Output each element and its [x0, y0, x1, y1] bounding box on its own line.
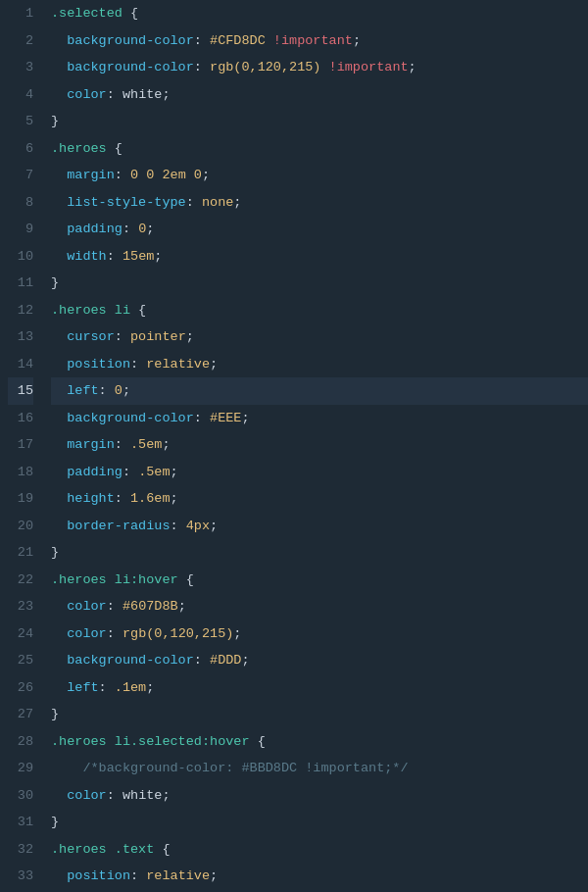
- code-line-11: }: [51, 270, 588, 297]
- property-token: color: [67, 626, 107, 641]
- line-number-22: 22: [8, 567, 33, 594]
- colon-token: :: [122, 222, 130, 236]
- relative-val-token: relative: [138, 357, 210, 372]
- semi-token: ;: [162, 437, 170, 452]
- colon-token: :: [122, 465, 130, 479]
- line-number-5: 5: [8, 108, 33, 135]
- selector-token: .heroes li.selected:hover: [51, 734, 250, 749]
- line-number-1: 1: [8, 0, 33, 27]
- property-token: background-color: [67, 33, 194, 48]
- dash-token: [51, 222, 67, 236]
- semi-token: ;: [241, 411, 249, 425]
- line-number-19: 19: [8, 485, 33, 513]
- code-line-7: margin: 0 0 2em 0;: [51, 162, 588, 189]
- property-token: background-color: [67, 653, 194, 668]
- colon-token: :: [194, 33, 202, 48]
- dash-token: [51, 329, 67, 344]
- semi-token: ;: [202, 168, 210, 182]
- colon-token: :: [186, 195, 194, 210]
- semi-token: ;: [241, 653, 249, 668]
- selector-token: .selected: [51, 6, 122, 21]
- property-token: background-color: [67, 60, 194, 74]
- code-editor: 1234567891011121314151617181920212223242…: [0, 0, 588, 892]
- code-line-4: color: white;: [51, 81, 588, 109]
- colon-token: :: [194, 653, 202, 668]
- colon-token: :: [115, 329, 122, 344]
- brace-token: }: [51, 114, 59, 128]
- colon-token: :: [99, 680, 107, 695]
- line-number-7: 7: [8, 162, 33, 189]
- selector-token: .heroes .text: [51, 842, 154, 857]
- dash-token: [51, 411, 67, 425]
- property-token: position: [67, 868, 130, 883]
- brace-token: {: [178, 572, 194, 587]
- value-color-token: #607D8B: [115, 599, 178, 614]
- property-token: position: [67, 357, 130, 372]
- code-line-30: color: white;: [51, 782, 588, 810]
- semi-token: ;: [233, 195, 241, 210]
- semi-token: ;: [162, 87, 170, 102]
- line-number-13: 13: [8, 323, 33, 351]
- dash-token: [51, 868, 67, 883]
- comment-token: /*background-color: #BBD8DC !important;*…: [51, 761, 409, 775]
- important-token: !important: [320, 60, 408, 74]
- code-line-33: position: relative;: [51, 863, 588, 890]
- line-number-16: 16: [8, 405, 33, 432]
- code-line-10: width: 15em;: [51, 243, 588, 271]
- code-line-27: }: [51, 701, 588, 728]
- code-line-22: .heroes li:hover {: [51, 567, 588, 594]
- code-line-15: left: 0;: [51, 377, 588, 405]
- line-number-25: 25: [8, 647, 33, 674]
- line-number-27: 27: [8, 701, 33, 728]
- colon-token: :: [194, 60, 202, 74]
- colon-token: :: [130, 357, 138, 372]
- code-line-12: .heroes li {: [51, 297, 588, 324]
- value-number-token: .1em: [107, 680, 147, 695]
- property-token: padding: [67, 222, 122, 236]
- code-line-25: background-color: #DDD;: [51, 647, 588, 674]
- line-number-18: 18: [8, 459, 33, 486]
- brace-token: }: [51, 545, 59, 560]
- colon-token: :: [107, 249, 115, 264]
- dash-token: [51, 383, 67, 398]
- property-token: padding: [67, 465, 122, 479]
- line-number-15: 15: [8, 377, 33, 405]
- property-token: width: [67, 249, 107, 264]
- value-number-token: .5em: [130, 465, 171, 479]
- colon-token: :: [107, 788, 115, 803]
- semi-token: ;: [353, 33, 361, 48]
- property-token: left: [67, 383, 98, 398]
- value-color-token: #CFD8DC: [202, 33, 266, 48]
- code-line-21: }: [51, 539, 588, 567]
- property-token: margin: [67, 437, 115, 452]
- dash-token: [51, 60, 67, 74]
- code-line-17: margin: .5em;: [51, 431, 588, 459]
- dash-token: [51, 437, 67, 452]
- semi-token: ;: [122, 383, 130, 398]
- value-number-token: 0 0 2em 0: [122, 168, 202, 182]
- semi-token: ;: [162, 788, 170, 803]
- colon-token: :: [194, 411, 202, 425]
- line-number-3: 3: [8, 54, 33, 81]
- code-line-18: padding: .5em;: [51, 459, 588, 486]
- semi-token: ;: [186, 329, 194, 344]
- zero-val-token: 0: [107, 383, 122, 398]
- code-line-24: color: rgb(0,120,215);: [51, 620, 588, 648]
- property-token: color: [67, 87, 107, 102]
- semi-token: ;: [171, 465, 178, 479]
- line-number-17: 17: [8, 431, 33, 459]
- line-number-21: 21: [8, 539, 33, 567]
- colon-token: :: [115, 168, 122, 182]
- brace-token: {: [154, 842, 170, 857]
- line-number-11: 11: [8, 270, 33, 297]
- code-line-2: background-color: #CFD8DC !important;: [51, 27, 588, 55]
- semi-token: ;: [210, 519, 218, 533]
- property-token: color: [67, 788, 107, 803]
- dash-token: [51, 168, 67, 182]
- value-number-token: 1.6em: [122, 491, 171, 506]
- brace-token: {: [122, 6, 138, 21]
- dash-token: [51, 653, 67, 668]
- code-line-14: position: relative;: [51, 351, 588, 378]
- line-number-32: 32: [8, 836, 33, 864]
- property-token: border-radius: [67, 519, 170, 533]
